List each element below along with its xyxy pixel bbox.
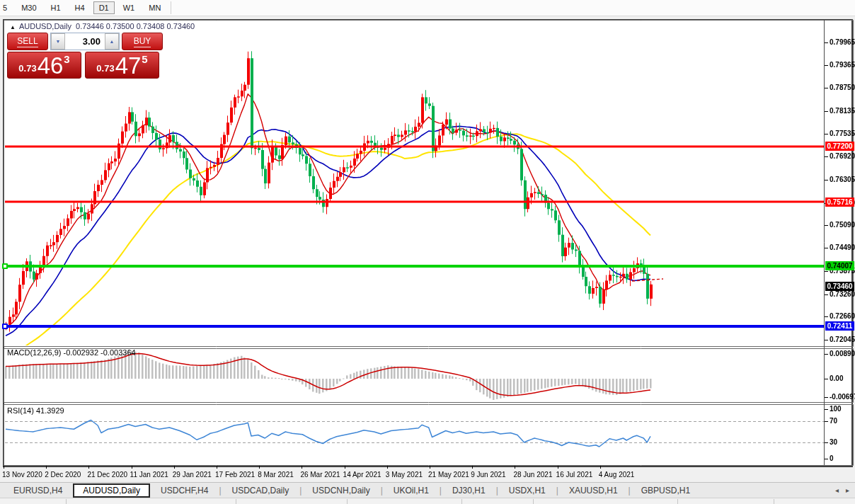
rsi-indicator-label: RSI(14) 41.3929: [7, 406, 64, 415]
collapse-triangle-icon[interactable]: ▲: [10, 24, 16, 30]
date-label: 26 Mar 2021: [300, 471, 340, 479]
price-tick-label: 0.77535: [830, 130, 855, 137]
buy-button-label: BUY: [134, 36, 151, 47]
date-label: 2 Dec 2020: [45, 471, 81, 479]
chart-title: ▲AUDUSD,Daily 0.73446 0.73500 0.73408 0.…: [10, 22, 195, 30]
rsi-tick-label: 30: [830, 438, 837, 446]
chart-ohlc-values: 0.73446 0.73500 0.73408 0.73460: [76, 22, 195, 30]
macd-tick-label: 0.008903: [830, 350, 855, 357]
sell-price-display[interactable]: 0.73 46 3: [7, 52, 81, 79]
rsi-tick-label: 70: [830, 417, 837, 425]
macd-indicator-label: MACD(12,26,9) -0.002932 -0.003364: [7, 348, 136, 357]
price-tick-label: 0.72660: [830, 312, 855, 320]
trading-platform-window: 5M30H1H4D1W1MN ▲AUDUSD,Daily 0.73446 0.7…: [0, 0, 855, 504]
date-label: 29 Jan 2021: [173, 471, 212, 479]
buy-price-big-digits: 47: [115, 55, 142, 76]
date-label: 3 May 2021: [386, 471, 423, 479]
sell-price-pip-digit: 3: [64, 53, 69, 65]
date-label: 16 Jul 2021: [556, 471, 593, 479]
volume-increase-button[interactable]: ▲: [105, 33, 119, 50]
buy-price-prefix: 0.73: [96, 63, 114, 74]
price-level-badge: 0.72411: [825, 321, 854, 331]
rsi-tick-label: 0: [830, 454, 834, 462]
price-tick-label: 0.78750: [830, 84, 855, 91]
volume-field: ▼ 3.00 ▲: [50, 33, 120, 50]
price-tick-label: 0.76305: [830, 176, 855, 183]
date-label: 9 Jun 2021: [471, 471, 506, 479]
price-level-badge: 0.75716: [825, 197, 854, 207]
price-tick-label: 0.78135: [830, 107, 855, 115]
volume-decrease-button[interactable]: ▼: [51, 33, 65, 50]
price-tick-label: 0.75090: [830, 221, 855, 229]
date-label: 11 Jan 2021: [130, 471, 168, 479]
date-label: 8 Mar 2021: [258, 471, 294, 479]
date-label: 28 Jun 2021: [513, 471, 552, 479]
rsi-tick-label: 100: [830, 405, 842, 413]
date-label: 17 Feb 2021: [215, 471, 255, 479]
date-label: 21 May 2021: [428, 471, 469, 479]
buy-price-display[interactable]: 0.73 47 5: [85, 52, 159, 79]
date-label: 4 Aug 2021: [599, 471, 635, 479]
price-tick-label: 0.72045: [830, 336, 855, 343]
current-price-badge: 0.73460: [825, 282, 854, 291]
date-label: 14 Apr 2021: [343, 471, 381, 479]
volume-input[interactable]: 3.00: [65, 33, 105, 50]
sell-price-big-digits: 46: [38, 55, 64, 76]
price-tick-label: 0.76920: [830, 152, 855, 160]
sell-button[interactable]: SELL: [7, 33, 48, 50]
price-tick-label: 0.79365: [830, 61, 855, 69]
price-tick-label: 0.74490: [830, 244, 855, 251]
price-level-badge: 0.74007: [825, 261, 854, 270]
price-tick-label: 0.79965: [830, 38, 855, 46]
sell-price-prefix: 0.73: [18, 63, 36, 74]
date-label: 13 Nov 2020: [2, 471, 42, 479]
macd-tick-label: -0.006977: [830, 393, 855, 401]
macd-tick-label: 0.00: [830, 374, 843, 382]
date-label: 21 Dec 2020: [87, 471, 127, 479]
chart-symbol-label: AUDUSD,Daily: [19, 22, 71, 30]
sell-button-label: SELL: [17, 36, 38, 47]
buy-price-pip-digit: 5: [142, 53, 147, 65]
one-click-trade-panel: SELL ▼ 3.00 ▲ BUY 0.73 46 3 0.73 47 5: [7, 33, 163, 79]
price-level-badge: 0.77200: [825, 142, 854, 151]
buy-button[interactable]: BUY: [122, 33, 163, 50]
